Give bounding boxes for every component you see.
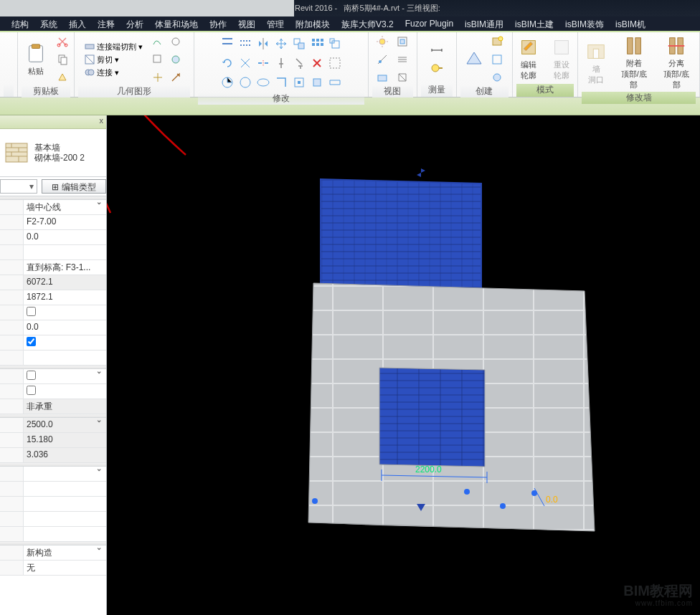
tab-massing[interactable]: 体量和场地 [149, 16, 204, 31]
tab-isbim-civ[interactable]: isBIM土建 [509, 16, 559, 31]
copy-move-button[interactable] [291, 36, 307, 52]
delete-button[interactable] [309, 55, 325, 71]
tab-addins[interactable]: 附加模块 [290, 16, 336, 31]
section-phasing[interactable]: ⌄ [0, 542, 106, 545]
tab-manage[interactable]: 管理 [261, 16, 290, 31]
section-structural[interactable]: ⌄ [0, 366, 106, 369]
view-icon-b[interactable] [374, 52, 390, 67]
quick-access-toolbar[interactable] [0, 0, 294, 16]
modify-group-label: 修改 [198, 92, 364, 105]
table-row: 6072.1 [0, 275, 106, 290]
modify-icon-k[interactable] [291, 75, 307, 90]
svg-rect-41 [555, 41, 569, 54]
geometry-group-label: 几何图形 [78, 85, 190, 97]
ribbon-group-clipboard: 粘贴 剪贴板 [18, 32, 75, 97]
view-icon-a[interactable] [374, 34, 390, 49]
split-button[interactable] [255, 55, 271, 71]
detach-top-base-button[interactable]: 分离 顶部/底部 [658, 34, 696, 92]
tab-insert[interactable]: 插入 [63, 16, 92, 31]
dimension-text-2[interactable]: 0.0 [546, 495, 558, 505]
match-button[interactable] [55, 70, 70, 85]
view-icon-d[interactable] [394, 34, 410, 49]
join-geometry-button[interactable]: 连接 ▾ [85, 67, 119, 78]
prop-checkbox-12[interactable] [27, 371, 36, 380]
svg-point-66 [464, 489, 470, 495]
cut-button[interactable] [55, 34, 70, 49]
paste-button[interactable]: 粘贴 [22, 42, 50, 78]
create-group-label: 创建 [460, 85, 509, 97]
svg-point-12 [172, 56, 179, 63]
svg-point-25 [240, 77, 250, 87]
modify-icon-l[interactable] [309, 75, 325, 90]
copy-button[interactable] [55, 52, 70, 67]
offset-button[interactable] [237, 36, 253, 52]
prop-checkbox-10[interactable] [27, 337, 36, 346]
modify-icon-g[interactable] [219, 75, 235, 90]
tab-systems[interactable]: 系统 [34, 16, 63, 31]
tab-annotate[interactable]: 注释 [92, 16, 120, 31]
table-row: 3.036 [0, 448, 106, 463]
tab-structure[interactable]: 结构 [6, 16, 34, 31]
table-row [0, 527, 106, 542]
scale-button[interactable] [327, 36, 343, 52]
attach-top-base-button[interactable]: 附着 顶部/底部 [615, 34, 653, 92]
geom-icon-f[interactable] [168, 70, 184, 85]
svg-point-30 [379, 39, 385, 44]
group-button[interactable] [327, 55, 343, 71]
view-icon-c[interactable] [374, 70, 390, 85]
create-icon-d[interactable] [489, 70, 505, 85]
tab-isbim-gen[interactable]: isBIM通用 [459, 16, 509, 31]
edit-type-button[interactable]: ⊞ 编辑类型 [42, 179, 106, 194]
array-button[interactable] [309, 36, 325, 52]
geom-icon-b[interactable] [168, 34, 184, 49]
3d-viewport[interactable]: 2200.0 0.0 BIM教程网 www.tfbim.com [107, 115, 700, 615]
align-button[interactable] [219, 36, 235, 52]
tab-view[interactable]: 视图 [232, 16, 261, 31]
svg-point-35 [432, 65, 439, 72]
geom-icon-a[interactable] [150, 34, 166, 49]
svg-marker-55 [379, 368, 485, 467]
pin-button[interactable] [273, 55, 289, 71]
instance-filter-dropdown[interactable] [0, 179, 37, 194]
view-icon-e[interactable] [394, 52, 410, 67]
tab-isbim-dec[interactable]: isBIM装饰 [559, 16, 610, 31]
section-dimensions[interactable]: ⌄ [0, 414, 106, 418]
tab-analyze[interactable]: 分析 [120, 16, 149, 31]
measure-tape-button[interactable] [429, 60, 445, 76]
create-icon-c[interactable] [489, 52, 505, 67]
move-button[interactable] [273, 36, 289, 52]
cut-geometry-button[interactable]: 剪切 ▾ [85, 54, 119, 65]
create-icon-a[interactable] [463, 49, 485, 70]
trim-button[interactable] [237, 55, 253, 71]
view-icon-f[interactable] [394, 70, 410, 85]
tab-fuzor[interactable]: Fuzor Plugin [399, 16, 459, 31]
rotate-button[interactable] [219, 55, 235, 71]
tab-isbim-mec[interactable]: isBIM机 [610, 16, 651, 31]
svg-marker-53 [321, 179, 481, 289]
properties-panel-header[interactable]: x [0, 115, 106, 129]
geom-icon-d[interactable] [168, 52, 184, 67]
tab-famlib[interactable]: 族库大师V3.2 [336, 16, 399, 31]
modify-icon-i[interactable] [255, 75, 271, 90]
modify-icon-j[interactable] [273, 75, 289, 90]
section-constraints[interactable]: ⌄ [0, 196, 106, 200]
geom-icon-e[interactable] [150, 70, 166, 85]
prop-checkbox-13[interactable] [27, 386, 36, 395]
edit-profile-button[interactable]: 编辑 轮廓 [514, 35, 543, 82]
prop-checkbox-8[interactable] [27, 307, 36, 316]
modify-icon-h[interactable] [237, 75, 253, 90]
create-icon-b[interactable] [489, 34, 505, 49]
close-icon[interactable]: x [100, 116, 104, 125]
type-selector[interactable]: 基本墙 砌体墙-200 2 [0, 129, 106, 177]
cope-join-button[interactable]: 连接端切割 ▾ [85, 42, 143, 52]
mirror-axis-button[interactable] [255, 36, 271, 52]
geom-icon-c[interactable] [150, 52, 166, 67]
tab-collab[interactable]: 协作 [204, 16, 232, 31]
modify-icon-m[interactable] [327, 75, 343, 90]
svg-point-9 [88, 70, 94, 75]
dimension-text-1[interactable]: 2200.0 [415, 464, 442, 475]
measure-dim-button[interactable] [429, 42, 445, 58]
unpin-button[interactable] [291, 55, 307, 71]
table-row: 0.0 [0, 230, 106, 245]
section-identity[interactable]: ⌄ [0, 463, 106, 467]
